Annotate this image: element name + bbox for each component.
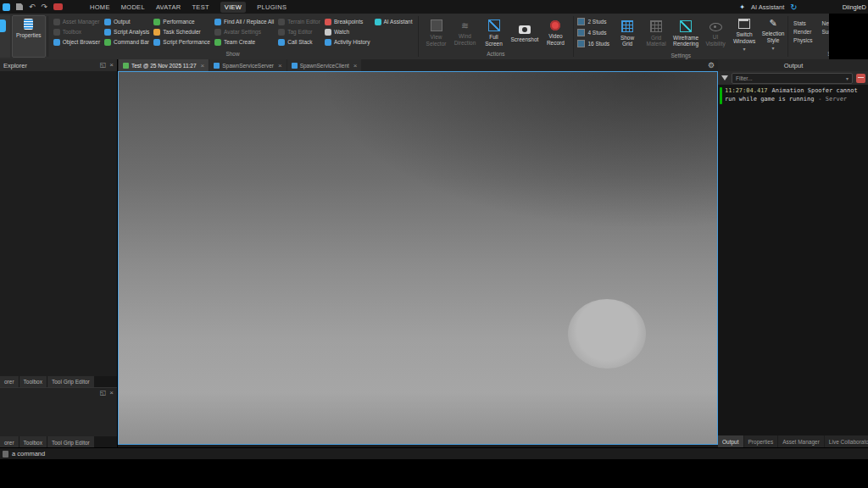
- dock-tab-tool-grip-editor[interactable]: Tool Grip Editor: [47, 376, 94, 387]
- float-panel-icon[interactable]: ◱: [100, 390, 107, 396]
- ribbon-setting-ui-visibility[interactable]: UI Visibility: [701, 17, 730, 48]
- command-bar[interactable]: a command: [0, 447, 868, 459]
- close-icon[interactable]: ×: [353, 62, 358, 69]
- ai-assistant-label[interactable]: AI Assistant: [751, 3, 784, 11]
- tab-asset-manager[interactable]: Asset Manager: [778, 435, 824, 447]
- stats-link-physics[interactable]: Physics: [793, 37, 812, 43]
- wireframe-rendering-icon: [680, 20, 692, 32]
- ribbon-item-team-create[interactable]: Team Create: [214, 37, 274, 47]
- ribbon-item-activity-history[interactable]: Activity History: [325, 37, 370, 47]
- ribbon-item-performance[interactable]: Performance: [153, 17, 210, 27]
- ribbon-setting-selection-style[interactable]: ✎ Selection Style ▾: [759, 14, 787, 51]
- chevron-down-icon: ▾: [846, 75, 849, 81]
- stats-link-render[interactable]: Render: [793, 29, 812, 35]
- log-entry[interactable]: 11:27:04.417Animation Spoofer cannot run…: [720, 87, 867, 104]
- dock-tab-explorer[interactable]: orer: [0, 436, 19, 448]
- ribbon-action-full-screen[interactable]: Full Screen: [480, 16, 509, 48]
- ribbon-item-script-performance[interactable]: Script Performance: [153, 37, 210, 47]
- stats-link-summary[interactable]: Summary: [821, 29, 829, 35]
- menu-model[interactable]: MODEL: [121, 3, 145, 11]
- ribbon-item-object-browser[interactable]: Object Browser: [53, 37, 100, 47]
- ribbon-explorer-button[interactable]: [0, 15, 10, 58]
- stud-option-2[interactable]: 2 Studs: [577, 17, 609, 26]
- dock-tab-tool-grip-editor[interactable]: Tool Grip Editor: [47, 436, 94, 448]
- ribbon-action-video-record[interactable]: Video Record: [541, 17, 570, 47]
- output-filter-dropdown[interactable]: Filter... ▾: [732, 73, 853, 84]
- item-label: Toolbox: [63, 29, 81, 35]
- ribbon-properties-button[interactable]: Properties: [12, 15, 46, 58]
- float-panel-icon[interactable]: ◱: [100, 62, 107, 69]
- tab-output[interactable]: Output: [718, 435, 743, 447]
- close-icon[interactable]: ×: [109, 62, 114, 69]
- ribbon-item-task-scheduler[interactable]: Task Scheduler: [153, 27, 210, 37]
- live-badge-icon[interactable]: [53, 3, 63, 10]
- ribbon-setting-show-grid[interactable]: Show Grid: [613, 17, 642, 49]
- stud-option-16[interactable]: 16 Studs: [577, 39, 609, 48]
- ribbon-item-toolbox[interactable]: Toolbox: [53, 27, 100, 37]
- doc-tab-spawnserviceserver[interactable]: SpawnServiceServer ×: [209, 59, 286, 71]
- ribbon-item-output[interactable]: Output: [104, 17, 149, 27]
- ribbon-item-tag-editor[interactable]: Tag Editor: [278, 27, 320, 37]
- close-icon[interactable]: ×: [201, 62, 205, 69]
- item-label: Asset Manager: [63, 19, 100, 25]
- gear-icon[interactable]: ⚙: [708, 59, 715, 71]
- ribbon-item-watch[interactable]: Watch: [325, 27, 370, 37]
- menu-home[interactable]: HOME: [90, 3, 110, 11]
- ribbon-item-call-stack[interactable]: Call Stack: [278, 37, 320, 47]
- command-bar-icon: [104, 39, 111, 46]
- redo-icon[interactable]: ↷: [42, 3, 48, 11]
- ribbon-item-terrain-editor[interactable]: Terrain Editor: [278, 17, 320, 27]
- sync-icon[interactable]: ↻: [790, 3, 797, 12]
- group-label-stats: Stats: [788, 50, 829, 59]
- ribbon-group-actions: View Selector ≋ Wind Direction Full Scre…: [419, 14, 574, 59]
- ribbon-item-avatar-settings[interactable]: Avatar Settings: [214, 27, 274, 37]
- ribbon-action-view-selector[interactable]: View Selector: [422, 16, 451, 48]
- stud-size-options: 2 Studs 4 Studs 16 Studs: [574, 17, 613, 48]
- stats-link-network[interactable]: Network: [821, 20, 829, 26]
- menu-test[interactable]: TEST: [192, 3, 209, 11]
- properties-icon: [24, 19, 33, 30]
- item-label: Find All / Replace All: [224, 19, 274, 25]
- filter-funnel-icon[interactable]: [721, 75, 728, 80]
- username[interactable]: DiingleD: [843, 3, 866, 11]
- dock-tab-toolbox[interactable]: Toolbox: [19, 376, 47, 387]
- studio-logo-icon[interactable]: [3, 3, 10, 11]
- ribbon-setting-switch-windows[interactable]: Switch Windows ▾: [730, 14, 759, 52]
- item-label: Activity History: [334, 39, 370, 45]
- stud-option-4[interactable]: 4 Studs: [577, 28, 609, 37]
- tab-live-collaborators[interactable]: Live Collaborators: [825, 435, 868, 447]
- ribbon-item-asset-manager[interactable]: Asset Manager: [53, 17, 100, 27]
- left-dock-column: Explorer ◱ × orer Toolbox Tool Grip Edit…: [0, 59, 118, 447]
- ribbon-setting-wireframe-rendering[interactable]: Wireframe Rendering: [670, 17, 701, 49]
- close-icon[interactable]: ×: [278, 62, 282, 69]
- dock-panel[interactable]: ◱ ×: [0, 387, 117, 436]
- undo-icon[interactable]: ↶: [29, 3, 36, 11]
- ribbon-item-script-analysis[interactable]: Script Analysis: [104, 27, 149, 37]
- ribbon-setting-grid-material[interactable]: Grid Material: [642, 17, 670, 49]
- ribbon-item-find-all[interactable]: Find All / Replace All: [214, 17, 274, 27]
- menu-avatar[interactable]: AVATAR: [156, 3, 181, 11]
- clear-output-button[interactable]: [856, 74, 865, 83]
- dock-tab-explorer[interactable]: orer: [0, 376, 19, 387]
- explorer-tree[interactable]: [0, 71, 117, 376]
- menu-view[interactable]: VIEW: [220, 2, 246, 13]
- breakpoints-icon: [325, 19, 331, 25]
- ribbon-item-breakpoints[interactable]: Breakpoints: [325, 17, 370, 27]
- doc-tab-spawnserviceclient[interactable]: SpawnServiceClient ×: [287, 59, 362, 71]
- ribbon-action-screenshot[interactable]: Screenshot: [509, 20, 542, 44]
- command-bar-text[interactable]: a command: [12, 450, 45, 458]
- menu-plugins[interactable]: PLUGINS: [257, 3, 287, 11]
- output-log[interactable]: 11:27:04.417Animation Spoofer cannot run…: [718, 85, 868, 435]
- stats-link-stats[interactable]: Stats: [793, 20, 812, 26]
- ribbon-item-ai-assistant[interactable]: AI Assistant: [375, 17, 413, 27]
- close-icon[interactable]: ×: [109, 390, 114, 396]
- dock-tab-toolbox[interactable]: Toolbox: [19, 436, 47, 448]
- item-label: Performance: [163, 19, 194, 25]
- titlebar-right: ✦ AI Assistant ↻ DiingleD: [739, 0, 866, 14]
- 3d-viewport[interactable]: [118, 71, 718, 445]
- save-icon[interactable]: [16, 3, 23, 10]
- ribbon-item-command-bar[interactable]: Command Bar: [104, 37, 149, 47]
- doc-tab-game-session[interactable]: Test @ 25 Nov 2025 11:27 ×: [119, 59, 209, 71]
- ribbon-action-wind-direction[interactable]: ≋ Wind Direction: [451, 17, 480, 47]
- tab-properties[interactable]: Properties: [744, 435, 778, 447]
